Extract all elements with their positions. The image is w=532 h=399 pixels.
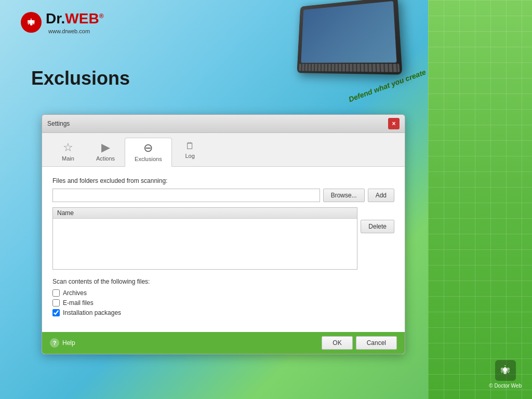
delete-button[interactable]: Delete xyxy=(361,220,394,233)
logo-icon: 🕷 xyxy=(21,12,42,33)
copyright: 🕷 © Doctor Web xyxy=(489,360,522,389)
email-row: E-mail files xyxy=(52,299,394,307)
tab-main-label: Main xyxy=(62,155,74,162)
actions-icon: ▶ xyxy=(101,141,110,154)
copyright-icon: 🕷 xyxy=(495,360,516,381)
archives-row: Archives xyxy=(52,289,394,297)
tab-actions[interactable]: ▶ Actions xyxy=(86,137,125,166)
list-buttons: Delete xyxy=(361,207,394,270)
main-icon: ☆ xyxy=(63,141,73,154)
logo-url: www.drweb.com xyxy=(48,28,104,34)
page-title: Exclusions xyxy=(31,68,130,89)
installation-checkbox[interactable] xyxy=(52,309,60,316)
list-header: Name xyxy=(53,208,357,219)
tab-log-label: Log xyxy=(185,153,194,159)
laptop-decoration xyxy=(288,0,418,83)
dialog-content: Files and folders excluded from scanning… xyxy=(42,167,405,332)
tab-actions-label: Actions xyxy=(96,155,115,162)
file-path-input[interactable] xyxy=(52,189,320,202)
settings-dialog: Settings × ☆ Main ▶ Actions ⊖ Exclusions… xyxy=(42,114,405,354)
tab-log[interactable]: 🗒 Log xyxy=(172,137,208,166)
log-icon: 🗒 xyxy=(185,141,195,152)
scan-label: Scan contents of the following files: xyxy=(52,278,394,285)
archives-label: Archives xyxy=(63,289,87,297)
browse-button[interactable]: Browse... xyxy=(323,189,365,202)
help-label: Help xyxy=(62,339,75,347)
title-bar-controls: × xyxy=(388,118,400,129)
tab-exclusions[interactable]: ⊖ Exclusions xyxy=(125,138,172,167)
scan-section: Scan contents of the following files: Ar… xyxy=(52,278,394,316)
dialog-title: Settings xyxy=(47,120,70,127)
title-bar: Settings × xyxy=(42,115,405,133)
installation-row: Installation packages xyxy=(52,309,394,316)
ok-button[interactable]: OK xyxy=(322,336,352,350)
cancel-button[interactable]: Cancel xyxy=(356,336,397,350)
files-section-label: Files and folders excluded from scanning… xyxy=(52,177,394,184)
list-area-wrapper: Name Delete xyxy=(52,207,394,270)
help-icon: ? xyxy=(50,338,59,348)
help-button[interactable]: ? Help xyxy=(50,338,75,348)
archives-checkbox[interactable] xyxy=(52,289,60,297)
installation-label: Installation packages xyxy=(63,309,121,316)
dialog-wrapper: Settings × ☆ Main ▶ Actions ⊖ Exclusions… xyxy=(42,114,405,354)
tab-bar: ☆ Main ▶ Actions ⊖ Exclusions 🗒 Log xyxy=(42,133,405,167)
footer-buttons: OK Cancel xyxy=(322,336,397,350)
tab-main[interactable]: ☆ Main xyxy=(50,137,86,166)
green-panel xyxy=(428,0,532,399)
add-button[interactable]: Add xyxy=(368,189,394,202)
email-checkbox[interactable] xyxy=(52,299,60,307)
file-input-row: Browse... Add xyxy=(52,189,394,202)
svg-text:🕷: 🕷 xyxy=(28,18,35,26)
tab-exclusions-label: Exclusions xyxy=(135,156,162,162)
exclusions-list: Name xyxy=(52,207,357,270)
exclusions-icon: ⊖ xyxy=(143,141,153,155)
dialog-footer: ? Help OK Cancel xyxy=(42,332,405,354)
email-label: E-mail files xyxy=(63,299,94,307)
close-button[interactable]: × xyxy=(388,118,400,129)
logo: 🕷 Dr.WEB® www.drweb.com xyxy=(21,10,104,34)
list-body[interactable] xyxy=(53,219,357,269)
